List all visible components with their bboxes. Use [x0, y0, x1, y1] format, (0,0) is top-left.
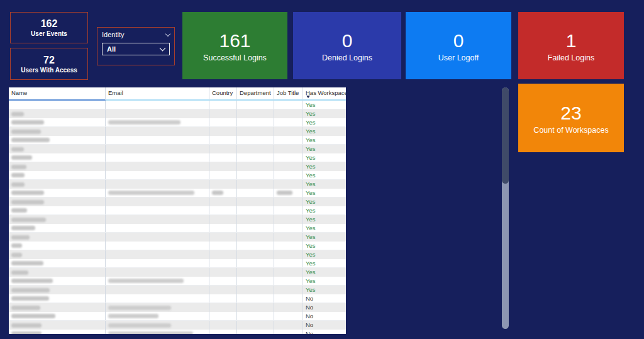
redacted-cell: [106, 127, 209, 136]
table-row[interactable]: Yes: [9, 153, 346, 162]
redacted-cell: [9, 321, 106, 330]
table-row[interactable]: Yes: [9, 259, 346, 268]
has-workspace-value: Yes: [306, 153, 316, 162]
column-header-country[interactable]: Country: [209, 87, 237, 101]
kpi-card-user-logoff[interactable]: 0 User Logoff: [406, 12, 511, 79]
redacted-cell: [106, 259, 209, 267]
table-row[interactable]: Yes: [9, 233, 346, 242]
redacted-cell: [9, 145, 106, 153]
chevron-down-icon[interactable]: [165, 31, 170, 36]
redacted-cell: [106, 136, 209, 144]
vertical-scrollbar[interactable]: [502, 87, 509, 329]
table-row[interactable]: Yes: [9, 162, 346, 171]
kpi-value: 0: [453, 30, 464, 52]
has-workspace-cell: Yes: [303, 233, 346, 242]
table-row[interactable]: Yes: [9, 224, 346, 233]
redacted-cell: [209, 224, 237, 232]
has-workspace-value: Yes: [306, 189, 316, 197]
has-workspace-cell: Yes: [303, 224, 346, 232]
scrollbar-thumb[interactable]: [502, 87, 509, 184]
has-workspace-value: No: [306, 303, 313, 312]
has-workspace-cell: Yes: [303, 268, 346, 277]
redacted-cell: [9, 250, 106, 259]
redacted-text-blob: [11, 323, 42, 328]
redacted-cell: [9, 180, 106, 189]
identity-dropdown[interactable]: All: [102, 43, 170, 55]
redacted-cell: [209, 118, 237, 126]
table-row[interactable]: Yes: [9, 127, 346, 136]
redacted-text-blob: [11, 138, 50, 142]
redacted-text-blob: [11, 270, 28, 275]
has-workspace-value: Yes: [306, 127, 316, 136]
redacted-text-blob: [11, 253, 22, 257]
redacted-text-blob: [11, 130, 41, 134]
table-row[interactable]: Yes: [9, 189, 346, 197]
redacted-text-blob: [11, 120, 44, 125]
redacted-cell: [237, 171, 274, 179]
redacted-cell: [9, 268, 106, 277]
table-row[interactable]: No: [9, 330, 346, 334]
redacted-cell: [274, 136, 303, 144]
table-row[interactable]: No: [9, 312, 346, 321]
table-row[interactable]: No: [9, 294, 346, 303]
redacted-text-blob: [11, 296, 49, 301]
redacted-cell: [274, 162, 303, 171]
kpi-card-user-events[interactable]: 162 User Events: [10, 12, 88, 43]
column-header-job-title[interactable]: Job Title: [274, 87, 303, 101]
table-row[interactable]: Yes: [9, 118, 346, 127]
redacted-cell: [106, 197, 209, 206]
column-header-email[interactable]: Email: [106, 87, 209, 101]
redacted-cell: [237, 189, 274, 197]
users-table: NameEmailCountryDepartmentJob TitleHas W…: [9, 87, 346, 334]
kpi-card-successful-logins[interactable]: 161 Successful Logins: [182, 12, 287, 79]
redacted-text-blob: [11, 261, 43, 265]
has-workspace-value: Yes: [306, 259, 316, 267]
redacted-cell: [9, 294, 106, 303]
redacted-text-blob: [11, 235, 30, 240]
table-row[interactable]: Yes: [9, 206, 346, 215]
kpi-card-users-with-access[interactable]: 72 Users With Access: [10, 48, 88, 80]
table-row[interactable]: Yes: [9, 180, 346, 189]
table-row[interactable]: Yes: [9, 215, 346, 224]
redacted-cell: [106, 145, 209, 153]
redacted-cell: [9, 206, 106, 214]
table-row[interactable]: Yes: [9, 277, 346, 286]
table-row[interactable]: Yes: [9, 268, 346, 277]
redacted-text-blob: [11, 279, 53, 283]
table-row[interactable]: Yes: [9, 171, 346, 180]
has-workspace-value: Yes: [306, 215, 316, 224]
dropdown-selected-value: All: [107, 45, 116, 53]
table-row[interactable]: Yes: [9, 197, 346, 206]
table-row[interactable]: No: [9, 303, 346, 312]
redacted-cell: [106, 162, 209, 171]
column-header-department[interactable]: Department: [237, 87, 274, 101]
kpi-card-denied-logins[interactable]: 0 Denied Logins: [293, 12, 401, 79]
redacted-cell: [274, 259, 303, 267]
has-workspace-cell: Yes: [303, 180, 346, 189]
has-workspace-cell: Yes: [303, 101, 346, 109]
table-row[interactable]: Yes: [9, 250, 346, 259]
table-row[interactable]: No: [9, 321, 346, 330]
table-row[interactable]: Yes: [9, 286, 346, 294]
has-workspace-value: Yes: [306, 101, 316, 109]
redacted-cell: [106, 180, 209, 189]
table-row[interactable]: Yes: [9, 242, 346, 250]
redacted-cell: [274, 312, 303, 320]
kpi-value: 0: [342, 30, 353, 52]
redacted-cell: [209, 206, 237, 214]
table-row[interactable]: Yes: [9, 136, 346, 145]
slicer-title: Identity: [102, 31, 124, 38]
table-row[interactable]: Yes: [9, 101, 346, 109]
has-workspace-cell: Yes: [303, 250, 346, 259]
column-header-name[interactable]: Name: [9, 87, 106, 101]
redacted-cell: [237, 153, 274, 162]
column-header-has-workspace[interactable]: Has Workspace: [303, 87, 346, 101]
redacted-cell: [209, 136, 237, 144]
table-row[interactable]: Yes: [9, 145, 346, 153]
kpi-card-count-of-workspaces[interactable]: 23 Count of Workspaces: [518, 84, 624, 152]
kpi-card-failed-logins[interactable]: 1 Failed Logins: [518, 12, 624, 79]
redacted-text-blob: [11, 112, 24, 116]
redacted-cell: [106, 321, 209, 330]
redacted-cell: [9, 153, 106, 162]
table-row[interactable]: Yes: [9, 109, 346, 118]
